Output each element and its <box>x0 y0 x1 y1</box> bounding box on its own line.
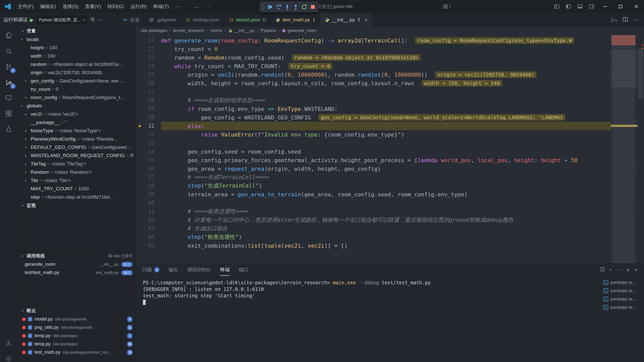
more-actions-icon[interactable]: ⋯ <box>98 17 103 23</box>
line-number[interactable]: 24 <box>136 63 161 69</box>
menu-edit[interactable]: 编辑(E) <box>37 0 59 13</box>
variable-row[interactable]: ▸room_config = RoomRequestConfig(env_t… <box>18 93 136 102</box>
code-editor[interactable]: 21def generate_room(room_config: RoomReq… <box>136 35 644 263</box>
run-file-icon[interactable]: ▷▾ <box>612 17 617 23</box>
terminal-list-item[interactable]: pocketpy te... <box>602 287 642 295</box>
more-actions-icon[interactable]: ⋯ <box>616 267 621 273</box>
breadcrumb-item[interactable]: __init__.py <box>228 28 255 33</box>
line-number[interactable]: 32 <box>136 131 161 138</box>
breakpoints-header[interactable]: ▾断点 <box>18 306 136 315</box>
settings-gear-icon[interactable] <box>0 351 18 362</box>
tab-init-py[interactable]: __init__.py2× <box>320 13 372 27</box>
line-number[interactable]: 34 <box>136 149 161 155</box>
activity-extensions[interactable] <box>0 106 18 121</box>
panel-tab-problems[interactable]: 问题3 <box>142 264 159 276</box>
variable-row[interactable]: step = <function step at 0x1bf8d716d… <box>18 193 136 201</box>
stack-frame[interactable]: generate_room__init__.py31:1 <box>18 260 136 268</box>
variable-row[interactable]: height = 140 <box>18 43 136 52</box>
variable-row[interactable]: ▸PlanetaryWindConfig = <class 'Planeta… <box>18 135 136 143</box>
maximize-panel-icon[interactable]: ∧ <box>626 267 630 273</box>
close-button[interactable]: × <box>628 0 644 13</box>
line-number[interactable]: 42 <box>136 217 161 223</box>
breakpoint-checkbox[interactable]: ✓ <box>28 334 32 338</box>
breakpoint-checkbox[interactable]: ✓ <box>28 325 32 330</box>
more-actions-icon[interactable]: ⋯ <box>634 17 639 23</box>
variables-scope-globals[interactable]: ▾globals <box>18 102 136 110</box>
variables-header[interactable]: ▾变量 <box>18 27 136 35</box>
line-number[interactable]: 28 <box>136 97 161 103</box>
close-panel-icon[interactable]: × <box>635 267 637 273</box>
forward-arrow-icon[interactable]: → <box>205 3 212 10</box>
breakpoint-row[interactable]: ✓temp.pysite-packages1 <box>18 332 136 340</box>
account-icon[interactable] <box>0 335 18 351</box>
breakpoint-checkbox[interactable]: ✓ <box>28 317 32 321</box>
line-number[interactable]: 25 <box>136 72 161 78</box>
line-number[interactable]: 41 <box>136 208 161 214</box>
minimap[interactable] <box>611 35 637 263</box>
breakpoint-row[interactable]: ✓png_utils.pysite-packages\wfc11 <box>18 323 136 332</box>
menu-go[interactable]: 转到(G) <box>104 0 127 13</box>
menu-selection[interactable]: 选择(S) <box>59 0 82 13</box>
line-number[interactable]: 36 <box>136 166 161 172</box>
maximize-button[interactable] <box>613 0 628 13</box>
line-number[interactable]: 35 <box>136 157 161 163</box>
step-over-button[interactable] <box>274 3 283 12</box>
menu-terminal[interactable]: 终端(T) <box>150 0 172 13</box>
line-number[interactable]: 30 <box>136 114 161 120</box>
breakpoint-row[interactable]: ✓test_math.pysite-packages\terrain_res…1… <box>18 348 136 356</box>
breadcrumb-item[interactable]: Pylance <box>261 28 276 33</box>
drag-handle[interactable] <box>261 3 265 12</box>
terminal-list-item[interactable]: pocketpy te... <box>602 295 642 303</box>
line-number[interactable]: 38 <box>136 183 161 189</box>
line-number[interactable]: 23 <box>136 55 161 61</box>
menu-overflow[interactable]: ⋯ <box>172 0 183 13</box>
tab-test-math-py[interactable]: test_math.py1 <box>271 13 320 27</box>
line-number[interactable]: 44 <box>136 234 161 240</box>
line-number[interactable]: 29 <box>136 106 161 112</box>
toggle-secondary-sidebar-icon[interactable] <box>586 0 597 13</box>
watch-header[interactable]: ▾监视 <box>18 201 136 210</box>
variable-row[interactable]: width = 150 <box>18 52 136 60</box>
line-number[interactable]: 39 <box>136 191 161 197</box>
activity-run-debug[interactable]: 1 <box>0 74 18 90</box>
panel-layout-icon[interactable] <box>600 267 605 273</box>
terminal-list-item[interactable]: pocketpy te... <box>602 303 642 311</box>
breakpoint-row[interactable]: ✓model.pysite-packages\wfc6 <box>18 315 136 323</box>
activity-source-control[interactable]: 3 <box>0 59 18 74</box>
line-number[interactable]: 45 <box>136 243 161 249</box>
activity-remote-explorer[interactable] <box>0 90 18 106</box>
breadcrumb-item[interactable]: generate_room <box>282 28 316 33</box>
toggle-panel-icon[interactable] <box>574 0 586 13</box>
terminal-list-item[interactable]: pocketpy te... <box>602 278 642 287</box>
customize-layout-icon[interactable] <box>551 0 562 13</box>
panel-tab-debug-console[interactable]: 调试控制台 <box>187 264 211 276</box>
variable-row[interactable]: origin = vec2i(7205730, 9024468) <box>18 68 136 77</box>
variable-row[interactable]: ▸WASTELAND_ROOM_REQUEST_CONFIG = RoomR… <box>18 151 136 160</box>
variable-row[interactable]: ▸vec2i = <class 'vec2i'> <box>18 110 136 118</box>
menu-view[interactable]: 查看(V) <box>82 0 104 13</box>
line-number[interactable]: 40 <box>136 200 161 206</box>
minimize-button[interactable] <box>597 0 613 13</box>
menu-file[interactable]: 文件(F) <box>15 0 37 13</box>
close-icon[interactable]: × <box>364 17 368 23</box>
variable-row[interactable]: MAX_TRY_COUNT = 1000 <box>18 185 136 193</box>
panel-tab-ports[interactable]: 端口 <box>239 264 248 276</box>
activity-testing[interactable] <box>0 121 18 137</box>
menu-run[interactable]: 运行(R) <box>127 0 150 13</box>
toggle-sidebar-icon[interactable] <box>562 0 574 13</box>
start-debug-icon[interactable]: ▶ <box>30 17 34 23</box>
breakpoint-row[interactable]: ✓temp.pysite-packages58 <box>18 340 136 348</box>
chevron-down-icon[interactable]: ▾ <box>610 268 611 272</box>
tab-settings-json[interactable]: {}settings.json <box>181 13 224 27</box>
variable-row[interactable]: ▸geo_config = GeoConfig(seed=None, wor… <box>18 77 136 85</box>
tab-welcome[interactable]: 欢迎 <box>118 13 144 27</box>
panel-tab-terminal[interactable]: 终端 <box>220 264 230 276</box>
panel-tab-output[interactable]: 输出 <box>169 264 178 276</box>
activity-explorer[interactable] <box>0 28 18 43</box>
variables-scope-locals[interactable]: ▾locals <box>18 35 136 43</box>
line-number[interactable]: 33 <box>136 140 161 146</box>
breadcrumb-item[interactable]: site-packages <box>141 28 167 33</box>
activity-search[interactable] <box>0 43 18 59</box>
command-center-search[interactable]: [扩展开发宿主] godot-ldtk <box>216 2 439 11</box>
split-editor-icon[interactable] <box>623 17 628 23</box>
